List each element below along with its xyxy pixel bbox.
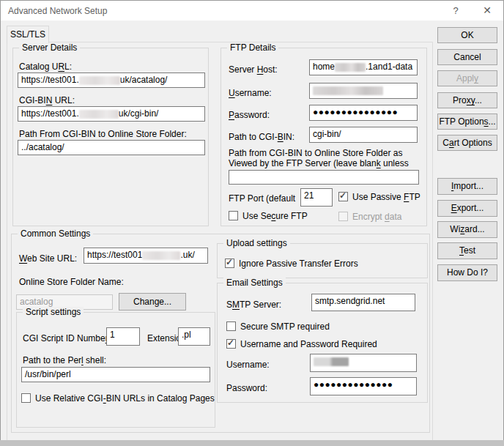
email-settings-group: Email Settings SMTP Server: smtp.sendgri… bbox=[217, 283, 428, 403]
redacted-text bbox=[142, 251, 180, 260]
ftp-password-input[interactable]: ●●●●●●●●●●●●●●● bbox=[309, 105, 418, 121]
perl-path-input[interactable]: /usr/bin/perl bbox=[21, 367, 210, 382]
close-icon[interactable]: ✕ bbox=[475, 1, 499, 21]
catalog-url-label: Catalog URL: bbox=[19, 62, 72, 72]
common-settings-title: Common Settings bbox=[18, 228, 93, 239]
online-store-folder-label: Online Store Folder Name: bbox=[19, 277, 124, 287]
extension-input[interactable]: .pl bbox=[178, 327, 210, 346]
cgi-bin-url-input[interactable]: https://test001.uk/cgi-bin/ bbox=[18, 106, 205, 122]
perl-path-label: Path to the Perl shell: bbox=[23, 355, 106, 365]
ftp-note-input[interactable] bbox=[229, 170, 419, 185]
proxy-button[interactable]: Proxy... bbox=[437, 92, 497, 108]
script-settings-group: Script settings CGI Script ID Number: 1 … bbox=[16, 312, 215, 428]
export-button[interactable]: Export... bbox=[437, 200, 497, 217]
email-username-label: Username: bbox=[226, 360, 270, 370]
path-to-cgi-bin-input[interactable]: cgi-bin/ bbox=[309, 127, 418, 143]
tab-page: Server Details Catalog URL: https://test… bbox=[7, 42, 433, 441]
ftp-username-input[interactable] bbox=[309, 83, 418, 99]
advanced-network-setup-dialog: Advanced Network Setup ? ✕ SSL/TLS Serve… bbox=[0, 0, 504, 446]
path-from-cgi-bin-input[interactable]: ../acatalog/ bbox=[18, 140, 205, 155]
server-host-input[interactable]: home.1and1-data bbox=[309, 59, 418, 75]
secure-smtp-checkbox[interactable]: Secure SMTP required bbox=[226, 322, 330, 332]
redacted-text bbox=[314, 357, 349, 366]
web-site-url-input[interactable]: https://test001.uk/ bbox=[84, 248, 208, 264]
cgi-bin-url-label: CGI-BIN URL: bbox=[19, 95, 75, 105]
upload-settings-title: Upload settings bbox=[223, 238, 290, 248]
window-title: Advanced Network Setup bbox=[8, 6, 107, 16]
ftp-port-label: FTP Port (default bbox=[229, 193, 295, 204]
ftp-details-group: FTP Details Server Host: home.1and1-data… bbox=[220, 48, 427, 226]
ftp-password-label: Password: bbox=[229, 110, 270, 120]
redacted-text bbox=[79, 76, 120, 85]
cancel-button[interactable]: Cancel bbox=[437, 49, 497, 65]
cart-options-button[interactable]: Cart Options bbox=[437, 135, 497, 151]
help-icon[interactable]: ? bbox=[444, 1, 467, 21]
use-relative-cgi-bin-checkbox[interactable]: Use Relative CGI-BIN URLs in Catalog Pag… bbox=[21, 393, 215, 404]
background-strip bbox=[0, 440, 504, 446]
email-password-label: Password: bbox=[226, 383, 267, 393]
server-details-group: Server Details Catalog URL: https://test… bbox=[12, 48, 209, 226]
ftp-options-button[interactable]: FTP Options... bbox=[437, 114, 497, 130]
smtp-server-input[interactable]: smtp.sendgrid.net bbox=[311, 294, 415, 311]
redacted-text bbox=[313, 86, 383, 95]
tab-ssl-tls[interactable]: SSL/TLS bbox=[7, 26, 49, 43]
redacted-text bbox=[79, 110, 119, 119]
email-settings-title: Email Settings bbox=[223, 278, 286, 288]
cgi-script-id-input[interactable]: 1 bbox=[106, 327, 140, 346]
ignore-passive-errors-checkbox[interactable]: Ignore Passive Transfer Errors bbox=[225, 259, 358, 269]
server-host-label: Server Host: bbox=[229, 64, 278, 75]
smtp-server-label: SMTP Server: bbox=[226, 300, 281, 310]
checkbox-checked bbox=[226, 339, 236, 349]
import-button[interactable]: Import... bbox=[437, 178, 497, 195]
upload-settings-group: Upload settings Ignore Passive Transfer … bbox=[217, 243, 428, 278]
path-to-cgi-bin-label: Path to CGI-BIN: bbox=[229, 132, 294, 142]
cgi-script-id-label: CGI Script ID Number: bbox=[23, 333, 111, 343]
common-settings-group: Common Settings Web Site URL: https://te… bbox=[11, 234, 430, 433]
email-username-input[interactable] bbox=[310, 354, 417, 372]
server-details-title: Server Details bbox=[19, 42, 80, 53]
checkbox-checked bbox=[225, 259, 234, 268]
ftp-port-input[interactable]: 21 bbox=[300, 188, 333, 207]
encrypt-data-checkbox: Encrypt data bbox=[338, 212, 401, 222]
test-button[interactable]: Test bbox=[437, 242, 497, 259]
web-site-url-label: Web Site URL: bbox=[19, 253, 77, 264]
ftp-username-label: Username: bbox=[229, 88, 272, 98]
title-bar: Advanced Network Setup ? ✕ bbox=[1, 1, 503, 21]
ftp-details-title: FTP Details bbox=[227, 42, 278, 53]
use-secure-ftp-checkbox[interactable]: Use Secure FTP bbox=[229, 211, 308, 221]
username-password-required-checkbox[interactable]: Username and Password Required bbox=[226, 339, 377, 349]
how-do-i-button[interactable]: How Do I? bbox=[437, 264, 497, 281]
apply-button: Apply bbox=[437, 70, 497, 86]
use-passive-ftp-checkbox[interactable]: Use Passive FTP bbox=[338, 192, 420, 202]
checkbox-unchecked bbox=[21, 393, 31, 403]
catalog-url-input[interactable]: https://test001.uk/acatalog/ bbox=[18, 73, 205, 88]
checkbox-unchecked bbox=[226, 322, 236, 331]
change-button[interactable]: Change... bbox=[119, 293, 186, 311]
ok-button[interactable]: OK bbox=[437, 27, 497, 43]
script-settings-title: Script settings bbox=[23, 307, 84, 317]
checkbox-checked bbox=[338, 192, 348, 201]
wizard-button[interactable]: Wizard... bbox=[437, 221, 497, 238]
checkbox-disabled bbox=[338, 212, 348, 221]
email-password-input[interactable]: ●●●●●●●●●●●●●● bbox=[310, 377, 417, 395]
checkbox-unchecked bbox=[229, 211, 238, 220]
redacted-text bbox=[335, 63, 366, 72]
path-from-cgi-bin-label: Path From CGI-BIN to Online Store Folder… bbox=[19, 129, 187, 139]
